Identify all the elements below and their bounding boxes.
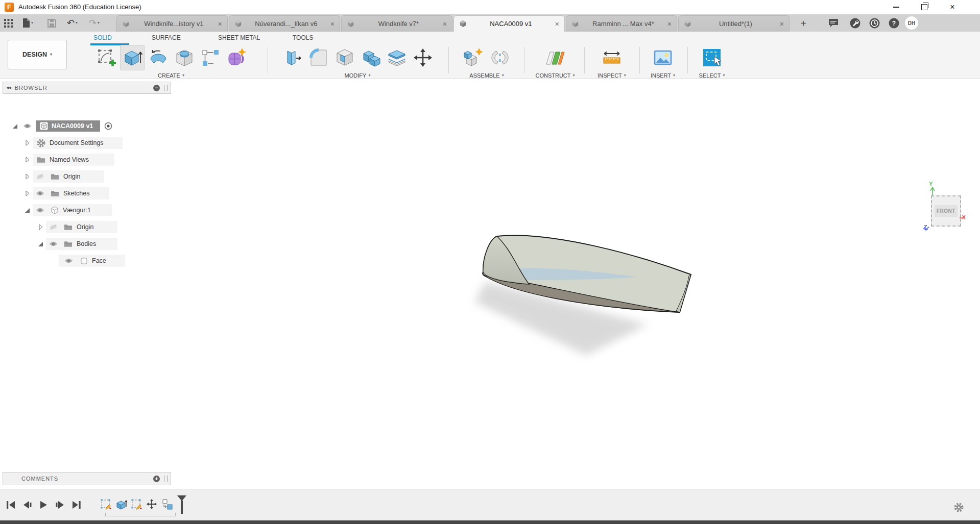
inspect-dropdown[interactable]: INSPECT ▾: [597, 72, 626, 79]
visibility-eye-icon[interactable]: [64, 258, 73, 264]
tree-row-document-settings[interactable]: Document Settings: [0, 136, 104, 149]
tree-row-origin-nested[interactable]: Origin: [0, 220, 93, 234]
combine-button[interactable]: [358, 45, 383, 70]
file-menu-button[interactable]: ▾: [22, 17, 33, 29]
tab-close-icon[interactable]: ×: [780, 20, 784, 28]
restore-button[interactable]: [913, 0, 936, 14]
revolve-button[interactable]: [146, 45, 171, 70]
comments-feedback-icon[interactable]: [827, 17, 840, 29]
visibility-eye-icon[interactable]: [49, 241, 58, 247]
document-tab-untitled[interactable]: Untitled*(1) ×: [678, 15, 790, 32]
tab-close-icon[interactable]: ×: [555, 20, 559, 28]
shell-button[interactable]: [332, 45, 357, 70]
add-comment-button[interactable]: +: [153, 476, 160, 482]
visibility-eye-icon[interactable]: [36, 190, 44, 196]
expanded-arrow-icon[interactable]: [25, 208, 30, 213]
redo-button[interactable]: ↷ ▾: [89, 17, 100, 29]
construct-plane-button[interactable]: [543, 45, 567, 70]
tree-row-sketches[interactable]: Sketches: [0, 187, 89, 200]
timeline-step-back-button[interactable]: [21, 500, 33, 510]
browser-panel-grip[interactable]: [164, 85, 168, 91]
timeline-go-to-end-button[interactable]: [70, 500, 82, 510]
job-status-wrench-icon[interactable]: [849, 17, 861, 29]
airfoil-3d-model[interactable]: [460, 219, 705, 367]
tab-close-icon[interactable]: ×: [330, 20, 334, 28]
document-tab-nuverandi[interactable]: Núverandi..._líkan v6 ×: [229, 15, 340, 32]
save-button[interactable]: [47, 17, 56, 29]
collapse-browser-icon[interactable]: ◀◀: [6, 86, 11, 90]
measure-button[interactable]: [600, 45, 624, 70]
move-copy-button[interactable]: [411, 45, 435, 70]
selected-component-box[interactable]: NACA0009 v1: [36, 120, 100, 132]
visibility-eye-icon[interactable]: [23, 123, 32, 129]
timeline-feature-sketch2[interactable]: [130, 497, 142, 511]
user-avatar[interactable]: DH: [905, 16, 918, 30]
new-component-button[interactable]: [462, 45, 486, 70]
insert-dropdown[interactable]: INSERT ▾: [651, 72, 675, 79]
undo-button[interactable]: ↶ ▾: [67, 17, 78, 29]
ribbon-tab-solid[interactable]: SOLID: [93, 33, 112, 42]
timeline-go-to-start-button[interactable]: [5, 500, 16, 510]
comments-panel-grip[interactable]: [164, 476, 168, 482]
create-form-button[interactable]: [224, 45, 249, 70]
timeline-feature-component[interactable]: [161, 497, 173, 511]
new-tab-button[interactable]: +: [795, 16, 812, 31]
hole-button[interactable]: [172, 45, 197, 70]
timeline-position-marker[interactable]: [177, 495, 186, 514]
timeline-feature-sketch1[interactable]: [100, 497, 112, 511]
select-button[interactable]: [700, 45, 724, 70]
create-sketch-button[interactable]: [94, 45, 118, 70]
construct-dropdown[interactable]: CONSTRUCT ▾: [535, 72, 575, 79]
ribbon-tab-surface[interactable]: SURFACE: [152, 33, 181, 42]
create-dropdown[interactable]: CREATE ▾: [158, 72, 184, 79]
expanded-arrow-icon[interactable]: [12, 123, 18, 129]
collapsed-arrow-icon[interactable]: [26, 157, 30, 163]
browser-collapse-all-button[interactable]: −: [153, 85, 160, 91]
document-tab-windknife-history[interactable]: Windknife...istory v1 ×: [116, 15, 228, 32]
workspace-selector[interactable]: DESIGN ▾: [8, 40, 67, 69]
rectangular-pattern-button[interactable]: [198, 45, 223, 70]
timeline-step-forward-button[interactable]: [54, 500, 65, 510]
minimize-button[interactable]: [885, 0, 907, 14]
assemble-dropdown[interactable]: ASSEMBLE ▾: [469, 72, 504, 79]
activate-radio-icon[interactable]: [104, 122, 112, 130]
tab-close-icon[interactable]: ×: [218, 20, 222, 28]
collapsed-arrow-icon[interactable]: [26, 190, 30, 196]
help-icon[interactable]: ?: [888, 17, 900, 29]
visibility-off-eye-icon[interactable]: [49, 224, 58, 230]
timeline-feature-move[interactable]: [146, 497, 158, 511]
ribbon-tab-sheet-metal[interactable]: SHEET METAL: [218, 33, 260, 42]
fillet-button[interactable]: [306, 45, 331, 70]
document-tab-windknife-v7[interactable]: Windknife v7* ×: [341, 15, 452, 32]
notifications-clock-icon[interactable]: [868, 17, 880, 29]
expanded-arrow-icon[interactable]: [38, 241, 43, 247]
collapsed-arrow-icon[interactable]: [26, 140, 30, 146]
offset-face-button[interactable]: [385, 45, 409, 70]
insert-canvas-button[interactable]: [651, 45, 675, 70]
visibility-off-eye-icon[interactable]: [36, 173, 44, 180]
visibility-eye-icon[interactable]: [36, 207, 44, 213]
tree-row-vaengur[interactable]: Vængur:1: [0, 204, 91, 217]
timeline-feature-extrude[interactable]: [115, 497, 127, 511]
timeline-settings-gear-icon[interactable]: [953, 502, 964, 513]
collapsed-arrow-icon[interactable]: [39, 224, 43, 230]
tree-row-origin[interactable]: Origin: [0, 170, 80, 183]
tree-row-named-views[interactable]: Named Views: [0, 153, 89, 166]
collapsed-arrow-icon[interactable]: [26, 173, 30, 180]
tree-row-face[interactable]: Face: [0, 254, 106, 267]
extrude-button[interactable]: [120, 45, 145, 70]
press-pull-button[interactable]: [280, 45, 305, 70]
tab-close-icon[interactable]: ×: [443, 20, 447, 28]
tree-row-bodies[interactable]: Bodies: [0, 237, 96, 251]
modify-dropdown[interactable]: MODIFY ▾: [345, 72, 371, 79]
timeline-play-button[interactable]: [38, 500, 49, 510]
joint-button[interactable]: [488, 45, 512, 70]
ribbon-tab-tools[interactable]: TOOLS: [293, 33, 313, 42]
viewport-canvas[interactable]: FRONT Y -X Z ◀◀ BROWSER − NACA0: [0, 79, 980, 489]
document-tab-ramminn[interactable]: Ramminn ... Max v4* ×: [566, 15, 677, 32]
app-grid-menu-icon[interactable]: [4, 17, 13, 29]
document-tab-naca0009-active[interactable]: NACA0009 v1 ×: [453, 15, 565, 32]
tree-row-naca0009[interactable]: NACA0009 v1: [0, 119, 112, 133]
close-button[interactable]: ×: [941, 0, 964, 14]
tab-close-icon[interactable]: ×: [667, 20, 672, 28]
